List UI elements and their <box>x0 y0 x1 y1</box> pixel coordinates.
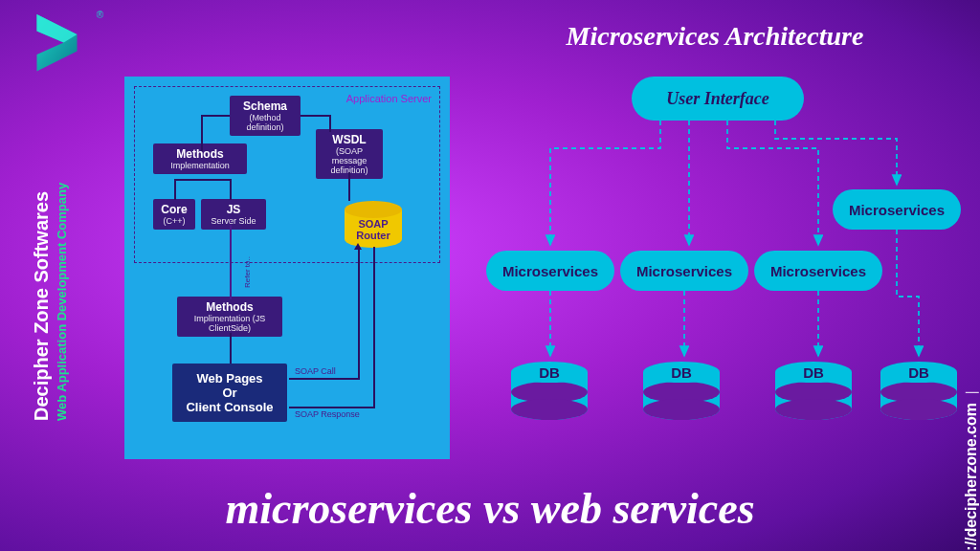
db-label: DB <box>511 364 588 381</box>
webpages-l3: Client Console <box>180 400 279 414</box>
core-title: Core <box>159 203 189 216</box>
registered-mark: ® <box>97 10 103 20</box>
database-4: DB <box>880 362 957 420</box>
db-label: DB <box>775 364 852 381</box>
js-box: JS Server Side <box>201 199 266 230</box>
web-services-diagram: Application Server Schema (Method defini… <box>124 77 450 459</box>
microservices-title: Microservices Architecture <box>507 21 923 52</box>
core-box: Core (C++) <box>153 199 195 230</box>
db-label: DB <box>880 364 957 381</box>
brand-logo: ® <box>27 8 94 75</box>
soap-call-label: SOAP Call <box>295 366 336 376</box>
company-tagline: Web Application Development Company <box>55 183 69 421</box>
webpages-l1: Web Pages <box>180 371 279 386</box>
soap-router-cylinder: SOAP Router <box>345 201 402 248</box>
js-title: JS <box>207 203 260 216</box>
main-title: microservices vs web services <box>0 483 980 534</box>
database-3: DB <box>775 362 852 420</box>
database-2: DB <box>643 362 720 420</box>
user-interface-node: User Interface <box>632 77 804 121</box>
webpages-box: Web Pages Or Client Console <box>172 364 287 422</box>
methods2-title: Methods <box>183 300 277 314</box>
wsdl-title: WSDL <box>322 133 377 146</box>
methods2-sub: Implimentation (JS ClientSide) <box>183 314 277 333</box>
microservice-node-2: Microservices <box>620 251 748 291</box>
company-name: Decipher Zone Softwares <box>31 183 53 421</box>
wsdl-sub: (SOAP message definition) <box>322 146 377 175</box>
schema-title: Schema <box>235 99 295 113</box>
core-sub: (C++) <box>159 216 189 226</box>
microservice-node-1: Microservices <box>486 251 614 291</box>
methods-sub: Implementation <box>159 161 241 170</box>
schema-sub: (Method definition) <box>235 113 295 132</box>
application-server-label: Application Server <box>346 93 432 104</box>
methods-box: Methods Implementation <box>153 143 247 174</box>
company-vertical-text: Decipher Zone Softwares Web Application … <box>31 183 69 421</box>
logo-icon <box>27 8 94 75</box>
db-label: DB <box>643 364 720 381</box>
soap-router-label: SOAP Router <box>345 218 402 241</box>
methods-client-box: Methods Implimentation (JS ClientSide) <box>177 297 282 337</box>
soap-response-label: SOAP Response <box>295 409 360 419</box>
js-sub: Server Side <box>207 216 260 226</box>
schema-box: Schema (Method definition) <box>230 96 301 136</box>
refer-to-label: Refer to.. <box>243 256 252 288</box>
microservice-node-3: Microservices <box>754 251 882 291</box>
database-1: DB <box>511 362 588 420</box>
methods-title: Methods <box>159 147 241 161</box>
webpages-l2: Or <box>180 386 279 400</box>
microservice-node-4: Microservices <box>833 189 961 230</box>
